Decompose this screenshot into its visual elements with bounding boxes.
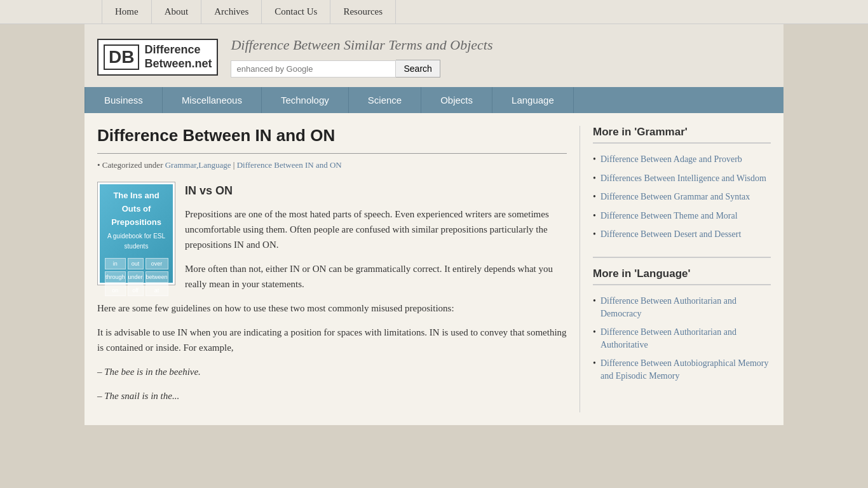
- main-article: Difference Between IN and ON • Categoriz…: [97, 126, 580, 412]
- article-para-3: Here are some few guidelines on how to u…: [97, 301, 567, 316]
- article-breadcrumb-link[interactable]: Difference Between IN and ON: [237, 160, 342, 170]
- grid-cell-under: under: [128, 271, 144, 283]
- list-item: Difference Between Autobiographical Memo…: [593, 354, 771, 385]
- cat-business[interactable]: Business: [85, 87, 163, 113]
- grid-cell-through: through: [105, 271, 126, 283]
- grid-cell-at: at: [146, 285, 168, 296]
- cat-science[interactable]: Science: [349, 87, 421, 113]
- cat-objects[interactable]: Objects: [421, 87, 492, 113]
- list-item: Difference Between Adage and Proverb: [593, 150, 771, 169]
- header-right: Difference Between Similar Terms and Obj…: [231, 37, 492, 78]
- list-item: Difference Between Authoritarian and Dem…: [593, 292, 771, 323]
- sidebar-language-title: More in 'Language': [593, 268, 771, 285]
- content-area: Difference Between IN and ON • Categoriz…: [85, 113, 783, 425]
- article-meta: • Categorized under Grammar,Language | D…: [97, 160, 567, 170]
- sidebar-divider: [593, 257, 771, 258]
- site-tagline: Difference Between Similar Terms and Obj…: [231, 37, 492, 53]
- logo-site-name: DifferenceBetween.net: [144, 43, 212, 71]
- top-navigation: Home About Archives Contact Us Resources: [0, 0, 868, 24]
- search-container: Search: [231, 60, 440, 78]
- list-item: Difference Between Authoritarian and Aut…: [593, 323, 771, 354]
- logo[interactable]: DB DifferenceBetween.net: [97, 39, 218, 75]
- nav-about[interactable]: About: [152, 0, 202, 24]
- cat-technology[interactable]: Technology: [262, 87, 349, 113]
- sidebar-grammar-list: Difference Between Adage and Proverb Dif…: [593, 150, 771, 244]
- nav-resources[interactable]: Resources: [330, 0, 396, 24]
- search-button[interactable]: Search: [396, 60, 440, 78]
- sidebar-autobiographical-memory-link[interactable]: Difference Between Autobiographical Memo…: [600, 358, 768, 381]
- sidebar-authoritarian-authoritative-link[interactable]: Difference Between Authoritarian and Aut…: [600, 327, 736, 349]
- nav-home[interactable]: Home: [102, 0, 152, 24]
- list-item: Difference Between Desert and Dessert: [593, 225, 771, 244]
- image-title: The Ins and Outs of Prepositions: [105, 189, 168, 229]
- cat-miscellaneous[interactable]: Miscellaneous: [163, 87, 262, 113]
- sidebar-desert-dessert-link[interactable]: Difference Between Desert and Dessert: [600, 229, 741, 239]
- sidebar-grammar-section: More in 'Grammar' Difference Between Ada…: [593, 126, 771, 244]
- article-body: The Ins and Outs of Prepositions A guide…: [97, 182, 567, 403]
- article-divider: [97, 153, 567, 154]
- logo-db-text: DB: [104, 44, 139, 70]
- grid-cell-in: in: [105, 258, 126, 269]
- sidebar-intelligence-link[interactable]: Differences Between Intelligence and Wis…: [600, 173, 766, 183]
- category-navigation: Business Miscellaneous Technology Scienc…: [85, 87, 783, 113]
- grid-cell-between: between: [146, 271, 168, 283]
- article-example-1: – The bee is in the beehive.: [97, 364, 567, 379]
- search-input[interactable]: [231, 60, 396, 78]
- list-item: Difference Between Grammar and Syntax: [593, 187, 771, 207]
- meta-separator: |: [231, 160, 237, 170]
- sidebar-adage-link[interactable]: Difference Between Adage and Proverb: [600, 154, 742, 164]
- sidebar-grammar-title: More in 'Grammar': [593, 126, 771, 144]
- category-grammar-language-link[interactable]: Grammar,Language: [165, 160, 231, 170]
- image-grid: in out over through under between on off…: [105, 258, 168, 296]
- grid-cell-off: off: [128, 285, 144, 296]
- sidebar-language-list: Difference Between Authoritarian and Dem…: [593, 292, 771, 386]
- article-image: The Ins and Outs of Prepositions A guide…: [100, 184, 173, 283]
- list-item: Difference Between Theme and Moral: [593, 207, 771, 226]
- meta-prefix: • Categorized under: [97, 160, 165, 170]
- grid-cell-out: out: [128, 258, 144, 269]
- sidebar: More in 'Grammar' Difference Between Ada…: [580, 126, 771, 412]
- article-image-container: The Ins and Outs of Prepositions A guide…: [97, 182, 175, 285]
- site-wrapper: DB DifferenceBetween.net Difference Betw…: [85, 24, 783, 425]
- article-para-4: It is advisable to use IN when you are i…: [97, 325, 567, 355]
- sidebar-language-section: More in 'Language' Difference Between Au…: [593, 268, 771, 386]
- grid-cell-on: on: [105, 285, 126, 296]
- list-item: Differences Between Intelligence and Wis…: [593, 169, 771, 188]
- nav-contact[interactable]: Contact Us: [262, 0, 330, 24]
- article-title: Difference Between IN and ON: [97, 126, 567, 146]
- nav-archives[interactable]: Archives: [201, 0, 262, 24]
- site-header: DB DifferenceBetween.net Difference Betw…: [85, 24, 783, 87]
- sidebar-grammar-syntax-link[interactable]: Difference Between Grammar and Syntax: [600, 192, 750, 201]
- image-subtitle: A guidebook for ESL students: [105, 231, 168, 252]
- grid-cell-over: over: [146, 258, 168, 269]
- sidebar-theme-moral-link[interactable]: Difference Between Theme and Moral: [600, 211, 738, 220]
- sidebar-authoritarian-democracy-link[interactable]: Difference Between Authoritarian and Dem…: [600, 296, 736, 318]
- article-example-2: – The snail is in the...: [97, 388, 567, 403]
- cat-language[interactable]: Language: [492, 87, 574, 113]
